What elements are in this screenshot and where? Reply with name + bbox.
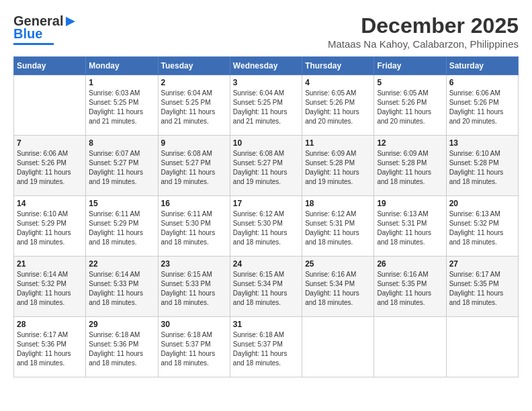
calendar-cell: 19Sunrise: 6:13 AM Sunset: 5:31 PM Dayli… [374,196,446,257]
day-number: 26 [377,259,443,269]
day-number: 12 [377,138,443,148]
day-info: Sunrise: 6:18 AM Sunset: 5:37 PM Dayligh… [233,330,299,368]
logo-arrow-icon [63,14,78,29]
calendar-week-2: 7Sunrise: 6:06 AM Sunset: 5:26 PM Daylig… [14,136,519,196]
day-info: Sunrise: 6:14 AM Sunset: 5:32 PM Dayligh… [17,270,83,308]
day-info: Sunrise: 6:05 AM Sunset: 5:26 PM Dayligh… [305,89,371,126]
calendar-cell: 13Sunrise: 6:10 AM Sunset: 5:28 PM Dayli… [446,136,518,196]
weekday-header-sunday: Sunday [14,57,86,75]
day-info: Sunrise: 6:16 AM Sunset: 5:34 PM Dayligh… [305,270,371,308]
calendar-cell: 11Sunrise: 6:09 AM Sunset: 5:28 PM Dayli… [302,136,374,196]
calendar-cell [14,75,86,136]
day-info: Sunrise: 6:14 AM Sunset: 5:33 PM Dayligh… [89,270,154,308]
calendar-cell: 12Sunrise: 6:09 AM Sunset: 5:28 PM Dayli… [374,136,446,196]
calendar-cell [374,317,446,377]
day-info: Sunrise: 6:11 AM Sunset: 5:30 PM Dayligh… [161,210,227,247]
calendar-cell: 1Sunrise: 6:03 AM Sunset: 5:25 PM Daylig… [86,75,158,136]
calendar-cell: 25Sunrise: 6:16 AM Sunset: 5:34 PM Dayli… [302,257,374,317]
calendar-cell: 29Sunrise: 6:18 AM Sunset: 5:36 PM Dayli… [86,317,158,377]
calendar-cell: 15Sunrise: 6:11 AM Sunset: 5:29 PM Dayli… [86,196,158,257]
calendar-cell: 10Sunrise: 6:08 AM Sunset: 5:27 PM Dayli… [230,136,302,196]
day-info: Sunrise: 6:09 AM Sunset: 5:28 PM Dayligh… [305,149,371,187]
day-number: 1 [89,78,154,87]
day-info: Sunrise: 6:18 AM Sunset: 5:37 PM Dayligh… [161,330,227,368]
calendar-cell [446,317,518,377]
logo: General Blue [13,13,78,45]
day-number: 18 [305,199,371,208]
day-info: Sunrise: 6:07 AM Sunset: 5:27 PM Dayligh… [89,149,154,187]
day-number: 7 [17,138,83,148]
day-info: Sunrise: 6:04 AM Sunset: 5:25 PM Dayligh… [161,89,227,126]
calendar-cell: 20Sunrise: 6:13 AM Sunset: 5:32 PM Dayli… [446,196,518,257]
calendar-cell: 16Sunrise: 6:11 AM Sunset: 5:30 PM Dayli… [158,196,230,257]
calendar-cell: 7Sunrise: 6:06 AM Sunset: 5:26 PM Daylig… [14,136,86,196]
calendar-cell: 5Sunrise: 6:05 AM Sunset: 5:26 PM Daylig… [374,75,446,136]
day-info: Sunrise: 6:15 AM Sunset: 5:33 PM Dayligh… [161,270,227,308]
day-number: 28 [17,320,83,329]
day-number: 31 [233,320,299,329]
day-number: 13 [449,138,515,148]
day-info: Sunrise: 6:06 AM Sunset: 5:26 PM Dayligh… [17,149,83,187]
day-info: Sunrise: 6:17 AM Sunset: 5:36 PM Dayligh… [17,330,83,368]
calendar-cell: 3Sunrise: 6:04 AM Sunset: 5:25 PM Daylig… [230,75,302,136]
day-info: Sunrise: 6:09 AM Sunset: 5:28 PM Dayligh… [377,149,443,187]
page-subtitle: Mataas Na Kahoy, Calabarzon, Philippines [328,38,519,50]
day-number: 24 [233,259,299,269]
calendar-cell: 21Sunrise: 6:14 AM Sunset: 5:32 PM Dayli… [14,257,86,317]
calendar-week-4: 21Sunrise: 6:14 AM Sunset: 5:32 PM Dayli… [14,257,519,317]
logo-underline [13,43,54,45]
day-number: 8 [89,138,154,148]
day-number: 4 [305,78,371,87]
day-number: 21 [17,259,83,269]
calendar-cell: 2Sunrise: 6:04 AM Sunset: 5:25 PM Daylig… [158,75,230,136]
day-info: Sunrise: 6:05 AM Sunset: 5:26 PM Dayligh… [377,89,443,126]
day-info: Sunrise: 6:06 AM Sunset: 5:26 PM Dayligh… [449,89,515,126]
calendar-cell [302,317,374,377]
calendar-cell: 18Sunrise: 6:12 AM Sunset: 5:31 PM Dayli… [302,196,374,257]
calendar-week-3: 14Sunrise: 6:10 AM Sunset: 5:29 PM Dayli… [14,196,519,257]
svg-marker-0 [66,17,75,26]
day-info: Sunrise: 6:08 AM Sunset: 5:27 PM Dayligh… [161,149,227,187]
day-number: 11 [305,138,371,148]
day-number: 30 [161,320,227,329]
title-block: December 2025 Mataas Na Kahoy, Calabarzo… [328,13,519,50]
logo-blue: Blue [13,26,42,42]
calendar-week-5: 28Sunrise: 6:17 AM Sunset: 5:36 PM Dayli… [14,317,519,377]
day-info: Sunrise: 6:10 AM Sunset: 5:28 PM Dayligh… [449,149,515,187]
day-number: 6 [449,78,515,87]
day-info: Sunrise: 6:11 AM Sunset: 5:29 PM Dayligh… [89,210,154,247]
calendar-cell: 31Sunrise: 6:18 AM Sunset: 5:37 PM Dayli… [230,317,302,377]
day-number: 3 [233,78,299,87]
day-info: Sunrise: 6:12 AM Sunset: 5:30 PM Dayligh… [233,210,299,247]
calendar-cell: 23Sunrise: 6:15 AM Sunset: 5:33 PM Dayli… [158,257,230,317]
day-number: 25 [305,259,371,269]
day-number: 19 [377,199,443,208]
day-info: Sunrise: 6:13 AM Sunset: 5:31 PM Dayligh… [377,210,443,247]
calendar-week-1: 1Sunrise: 6:03 AM Sunset: 5:25 PM Daylig… [14,75,519,136]
day-number: 5 [377,78,443,87]
calendar-cell: 28Sunrise: 6:17 AM Sunset: 5:36 PM Dayli… [14,317,86,377]
page-header: General Blue December 2025 Mataas Na Kah… [13,13,519,50]
calendar-table: SundayMondayTuesdayWednesdayThursdayFrid… [13,56,519,377]
calendar-cell: 22Sunrise: 6:14 AM Sunset: 5:33 PM Dayli… [86,257,158,317]
calendar-cell: 17Sunrise: 6:12 AM Sunset: 5:30 PM Dayli… [230,196,302,257]
day-number: 9 [161,138,227,148]
day-info: Sunrise: 6:12 AM Sunset: 5:31 PM Dayligh… [305,210,371,247]
calendar-cell: 27Sunrise: 6:17 AM Sunset: 5:35 PM Dayli… [446,257,518,317]
day-info: Sunrise: 6:10 AM Sunset: 5:29 PM Dayligh… [17,210,83,247]
weekday-header-wednesday: Wednesday [230,57,302,75]
weekday-header-tuesday: Tuesday [158,57,230,75]
calendar-header-row: SundayMondayTuesdayWednesdayThursdayFrid… [14,57,519,75]
calendar-body: 1Sunrise: 6:03 AM Sunset: 5:25 PM Daylig… [14,75,519,377]
weekday-header-thursday: Thursday [302,57,374,75]
calendar-cell: 4Sunrise: 6:05 AM Sunset: 5:26 PM Daylig… [302,75,374,136]
day-number: 22 [89,259,154,269]
day-number: 16 [161,199,227,208]
day-info: Sunrise: 6:17 AM Sunset: 5:35 PM Dayligh… [449,270,515,308]
day-number: 27 [449,259,515,269]
day-info: Sunrise: 6:08 AM Sunset: 5:27 PM Dayligh… [233,149,299,187]
day-info: Sunrise: 6:15 AM Sunset: 5:34 PM Dayligh… [233,270,299,308]
day-number: 2 [161,78,227,87]
weekday-header-monday: Monday [86,57,158,75]
calendar-cell: 8Sunrise: 6:07 AM Sunset: 5:27 PM Daylig… [86,136,158,196]
